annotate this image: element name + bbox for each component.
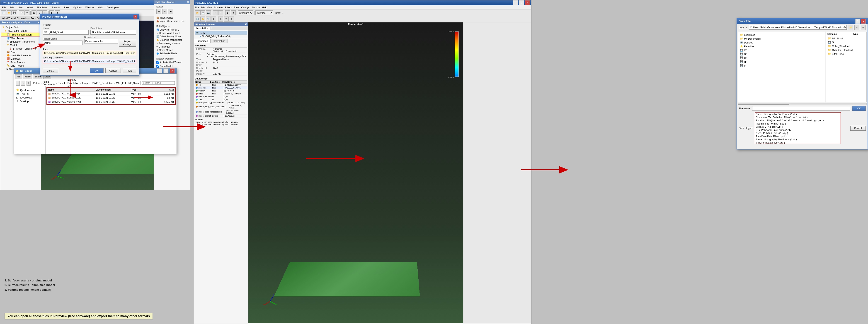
pv-save-btn[interactable]: 💾 [200, 10, 205, 15]
pv-minimize-btn[interactable]: ─ [513, 0, 518, 5]
tb-new[interactable]: 📄 [1, 10, 6, 15]
nav-model[interactable]: ▼ Model [1, 43, 40, 47]
menu-file[interactable]: File [1, 6, 7, 9]
horizontal-scrollbar[interactable] [738, 103, 867, 105]
nav-sim-params[interactable]: ⚙ Simulation Parameters [1, 40, 40, 43]
this-pc-item[interactable]: 💻This PC [15, 92, 44, 96]
pv-menu-edit[interactable]: Edit [201, 6, 205, 9]
layout-tab[interactable]: Layout #1 x [194, 26, 210, 30]
nav-materials[interactable]: 🧱 Materials [1, 57, 40, 60]
save-detail-view-btn[interactable]: ⊞ [861, 25, 866, 30]
type-ply[interactable]: PLY Polygonal File Format(*.ply ) [755, 128, 841, 132]
forward-btn[interactable]: → [21, 80, 25, 86]
save-ok-btn[interactable]: OK [852, 106, 866, 111]
nav-wind-tunnel[interactable]: 🌀 Wind Tunnel [1, 36, 40, 40]
nav-project-info[interactable]: 📋 Project Information [1, 33, 40, 36]
insert-object-item[interactable]: 📦Insert Object [155, 16, 189, 20]
pv-menu-macros[interactable]: Macros [252, 6, 260, 9]
type-csv[interactable]: Comma or Tab Delimited Files(*.csv *.tsv… [755, 116, 841, 119]
activate-wt-item[interactable]: Activate Wind Tunnel [155, 60, 189, 64]
pv-menu-filters[interactable]: Filters [225, 6, 232, 9]
menu-developers[interactable]: Developers [105, 6, 120, 9]
pv-z-axis-btn[interactable]: Z [229, 17, 234, 22]
name-input[interactable] [43, 30, 89, 35]
resize-wind-tunnel-item[interactable]: ↔Resize Wind Tunnel [155, 31, 189, 35]
path-input[interactable] [43, 51, 136, 55]
pv-menu-file[interactable]: File [195, 6, 199, 9]
pv-x-axis-btn[interactable]: X [218, 17, 223, 22]
graphical-manip-item[interactable]: ✋Graphical Manipulator [155, 38, 189, 42]
menu-options[interactable]: Options [72, 6, 83, 9]
pv-screenshot-btn[interactable]: 📷 [206, 10, 211, 15]
dialog-close-icon[interactable]: ✕ [133, 15, 137, 19]
description-input[interactable] [90, 30, 136, 35]
menu-view[interactable]: View [17, 6, 24, 9]
information-tab[interactable]: Information [210, 39, 228, 43]
group-desc-input[interactable] [84, 39, 118, 43]
type-pvd[interactable]: ParaView Data Files(*.pvd ) [755, 135, 841, 138]
tb-open[interactable]: 📂 [7, 10, 11, 15]
explorer-minimize-btn[interactable]: ─ [157, 68, 162, 73]
pv-stop-btn[interactable]: ■ [231, 10, 236, 15]
pv-reset-btn[interactable]: ⊕ [211, 17, 216, 22]
pressure-selector[interactable]: pressure cp velocity force [238, 10, 253, 15]
menu-window[interactable]: Window [85, 6, 95, 9]
save-new-folder-btn[interactable]: 📁 [848, 25, 853, 30]
paraview-3d-view[interactable]: RenderView1 X Z Y 617.7 [248, 23, 463, 323]
pv-zoom-btn[interactable]: 🔍 [206, 17, 211, 22]
nav-line-probes[interactable]: 📏 Line Probes [1, 64, 40, 67]
folder-c[interactable]: 💾 C:\ [739, 48, 824, 52]
show-model-checkbox[interactable] [156, 65, 159, 68]
cancel-btn[interactable]: Cancel [105, 68, 121, 73]
folder-d[interactable]: 💾 D:\ [739, 52, 824, 56]
import-model-item[interactable]: 📥Import Model from a File... [155, 20, 189, 23]
type-stl1[interactable]: Stereo Lithography File Format(*.stl ) [755, 112, 841, 116]
pv-play-btn[interactable]: ▶ [225, 10, 230, 15]
search-input[interactable] [142, 81, 175, 85]
add-layout-btn[interactable]: + [210, 26, 214, 30]
file-row-0[interactable]: ▦Sim001_V01_Surface.vtp 16.06.2021 21:35… [48, 92, 175, 96]
save-cube-item[interactable]: 📁 Cube_Standard [827, 44, 866, 48]
group-input[interactable] [43, 40, 83, 45]
save-rf-simul-item[interactable]: 📁 RF_Simul [827, 36, 866, 40]
save-dialog-close-btn[interactable]: ✕ [861, 19, 866, 24]
workdir-input[interactable] [43, 59, 136, 63]
editor-btn2[interactable]: ⊞ [162, 9, 167, 14]
nav-zones[interactable]: 📦 Zones [1, 50, 40, 54]
pv-close-btn[interactable]: ✕ [525, 0, 530, 5]
menu-simulation[interactable]: Simulation [36, 6, 49, 9]
nav-mesh-refinements[interactable]: 🔶 Mesh Refinements [1, 54, 40, 57]
pv-undo-btn[interactable]: ↩ [213, 10, 218, 15]
save-filename-input[interactable] [752, 106, 850, 111]
nav-point-probes[interactable]: 📍 Point Probes [1, 60, 40, 64]
explorer-close-btn[interactable]: ✕ [170, 68, 175, 73]
menu-insert[interactable]: Insert [26, 6, 34, 9]
type-exodus[interactable]: Exodus II File(*.e *.ex2 *.ex2v2 *.exo *… [755, 119, 841, 122]
menu-help[interactable]: Help [97, 6, 104, 9]
editor-btn1[interactable]: ▦ [156, 9, 161, 14]
pipeline-close-icon[interactable]: ✕ [245, 23, 247, 26]
edit-model-mesh-item[interactable]: 🔷Edit Model Mesh [155, 52, 189, 55]
clip-model-item[interactable]: ✂Clip Model [155, 45, 189, 48]
nav-close-icon[interactable]: ✕ [37, 21, 39, 24]
folder-desktop[interactable]: 💻 Desktop [739, 40, 824, 44]
save-dialog-help-btn[interactable]: ? [855, 19, 860, 24]
type-vtp[interactable]: VTK PolyData Files(*.vtp ) [755, 141, 841, 144]
save-g-item[interactable]: 💾 G: [827, 40, 866, 44]
folder-i[interactable]: 💾 I:\ [739, 64, 824, 67]
back-btn[interactable]: ← [16, 80, 20, 86]
up-btn[interactable]: ↑ [27, 80, 31, 86]
pv-menu-sources[interactable]: Sources [214, 6, 223, 9]
pv-y-axis-btn[interactable]: Y [224, 17, 229, 22]
folder-examples[interactable]: 📁 Examples [739, 33, 824, 37]
ok-btn[interactable]: OK [90, 68, 103, 73]
edit-bar-close[interactable]: ✕ [187, 1, 189, 4]
folder-h[interactable]: 💾 H:\ [739, 60, 824, 64]
orient-model-item[interactable]: 🔄Orient Primary Model [155, 35, 189, 38]
pv-pan-btn[interactable]: ✋ [200, 17, 205, 22]
menu-results[interactable]: Results [51, 6, 61, 9]
pv-menu-help[interactable]: Help [262, 6, 267, 9]
save-lookin-input[interactable] [749, 25, 847, 30]
nav-model-eiffel[interactable]: 🗼 1 - Model_EiffelTower [1, 47, 40, 50]
tb-redo[interactable]: ↪ [25, 10, 29, 15]
